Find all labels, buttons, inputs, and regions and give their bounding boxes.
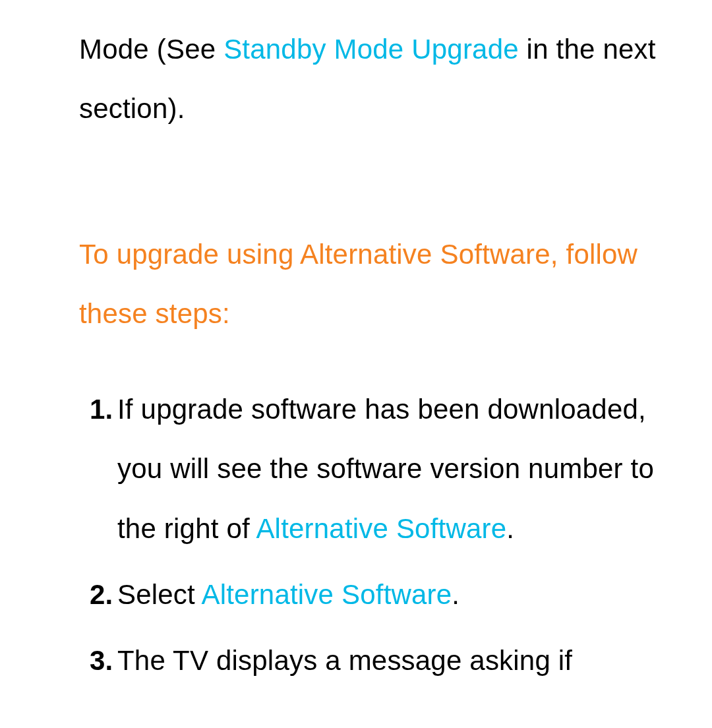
step-1: 1. If upgrade software has been download… [90, 380, 686, 559]
step-number: 1. [90, 380, 117, 559]
step-text-after: . [506, 513, 514, 544]
step-2: 2. Select Alternative Software. [90, 565, 686, 624]
step-number: 2. [90, 565, 117, 624]
intro-text-before: Mode (See [79, 34, 223, 65]
standby-mode-upgrade-link[interactable]: Standby Mode Upgrade [223, 34, 519, 65]
step-content: Select Alternative Software. [117, 565, 686, 624]
step-number: 3. [90, 631, 117, 690]
step-text-after: . [452, 579, 460, 610]
step-text-before: Select [117, 579, 201, 610]
step-content: The TV displays a message asking if [117, 631, 686, 690]
intro-paragraph: Mode (See Standby Mode Upgrade in the ne… [79, 20, 686, 139]
alternative-software-link[interactable]: Alternative Software [256, 513, 506, 544]
steps-list: 1. If upgrade software has been download… [79, 380, 686, 690]
step-text-before: The TV displays a message asking if [117, 645, 572, 676]
alternative-software-link[interactable]: Alternative Software [201, 579, 452, 610]
step-3: 3. The TV displays a message asking if [90, 631, 686, 690]
section-heading: To upgrade using Alternative Software, f… [79, 225, 686, 344]
step-content: If upgrade software has been downloaded,… [117, 380, 686, 559]
